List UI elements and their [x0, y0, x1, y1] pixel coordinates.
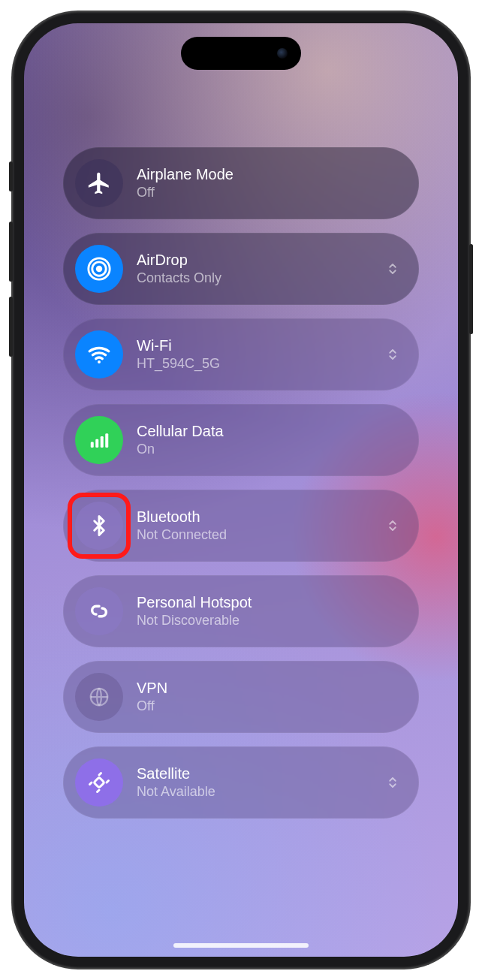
cellular-data-label: Cellular Data — [137, 422, 402, 440]
mute-switch — [9, 161, 13, 191]
svg-rect-7 — [105, 433, 108, 448]
vpn-status: Off — [137, 698, 402, 715]
power-button — [469, 244, 473, 334]
satellite-tile[interactable]: Satellite Not Available — [63, 746, 419, 819]
vpn-icon — [75, 673, 123, 721]
bluetooth-tile[interactable]: Bluetooth Not Connected — [63, 490, 419, 562]
cellular-icon — [75, 416, 123, 464]
airplane-mode-label: Airplane Mode — [137, 165, 402, 183]
chevron-updown-icon[interactable] — [383, 773, 402, 792]
satellite-label: Satellite — [137, 764, 383, 782]
svg-rect-4 — [91, 442, 94, 448]
svg-rect-5 — [95, 439, 98, 448]
airplane-mode-status: Off — [137, 185, 402, 201]
airdrop-status: Contacts Only — [137, 270, 383, 287]
home-indicator[interactable] — [173, 943, 309, 948]
bluetooth-status: Not Connected — [137, 527, 383, 544]
svg-rect-6 — [101, 436, 104, 448]
bluetooth-icon — [75, 502, 123, 550]
wifi-label: Wi-Fi — [137, 336, 383, 354]
vpn-label: VPN — [137, 679, 402, 697]
cellular-data-status: On — [137, 442, 402, 458]
wifi-status: HT_594C_5G — [137, 356, 383, 372]
airplane-icon — [75, 159, 123, 207]
svg-point-0 — [96, 266, 103, 273]
personal-hotspot-status: Not Discoverable — [137, 613, 402, 629]
cellular-data-tile[interactable]: Cellular Data On — [63, 404, 419, 476]
airdrop-icon — [75, 245, 123, 293]
personal-hotspot-tile[interactable]: Personal Hotspot Not Discoverable — [63, 575, 419, 647]
bluetooth-label: Bluetooth — [137, 508, 383, 526]
personal-hotspot-label: Personal Hotspot — [137, 593, 402, 611]
iphone-frame: Airplane Mode Off AirDrop Contacts Only — [12, 11, 470, 969]
chevron-updown-icon[interactable] — [383, 259, 402, 279]
satellite-icon — [75, 758, 123, 807]
satellite-status: Not Available — [137, 784, 383, 801]
chevron-updown-icon[interactable] — [383, 345, 402, 364]
airdrop-label: AirDrop — [137, 251, 383, 269]
vpn-tile[interactable]: VPN Off — [63, 661, 419, 733]
chevron-updown-icon[interactable] — [383, 516, 402, 535]
volume-up-button — [9, 222, 13, 282]
svg-rect-9 — [94, 777, 104, 788]
volume-down-button — [9, 297, 13, 357]
airdrop-tile[interactable]: AirDrop Contacts Only — [63, 233, 419, 305]
hotspot-icon — [75, 587, 123, 635]
svg-point-3 — [98, 360, 101, 363]
dynamic-island — [181, 37, 301, 70]
connectivity-panel: Airplane Mode Off AirDrop Contacts Only — [63, 147, 419, 819]
wifi-icon — [75, 330, 123, 378]
airplane-mode-tile[interactable]: Airplane Mode Off — [63, 147, 419, 219]
wifi-tile[interactable]: Wi-Fi HT_594C_5G — [63, 318, 419, 390]
screen: Airplane Mode Off AirDrop Contacts Only — [24, 23, 458, 957]
